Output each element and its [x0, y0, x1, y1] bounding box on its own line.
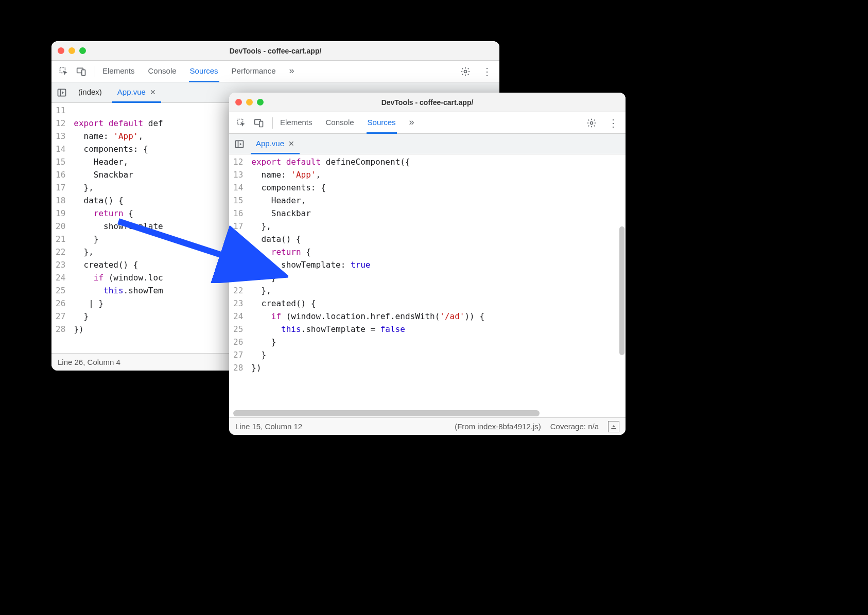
source-map-link[interactable]: index-8bfa4912.js	[477, 422, 538, 431]
window-title: DevTools - coffee-cart.app/	[51, 47, 499, 55]
divider	[95, 66, 95, 77]
coverage-status: Coverage: n/a	[550, 422, 599, 431]
svg-point-3	[464, 70, 467, 73]
tabs-overflow-icon[interactable]: »	[288, 61, 295, 82]
devtools-window-right: DevTools - coffee-cart.app/ Elements Con…	[229, 93, 626, 435]
device-toolbar-icon[interactable]	[74, 64, 89, 79]
horizontal-scrollbar[interactable]	[233, 410, 616, 416]
tab-console[interactable]: Console	[147, 61, 178, 82]
tab-console[interactable]: Console	[325, 113, 355, 134]
devtools-toolbar: Elements Console Sources Performance » ⋮	[51, 61, 499, 82]
traffic-lights	[235, 99, 264, 106]
navigator-toggle-icon[interactable]	[233, 138, 246, 150]
window-title: DevTools - coffee-cart.app/	[229, 98, 626, 107]
status-bar: Line 15, Column 12 (From index-8bfa4912.…	[229, 417, 626, 435]
cursor-position: Line 26, Column 4	[58, 358, 120, 366]
svg-rect-8	[259, 121, 263, 127]
close-icon[interactable]: ✕	[150, 88, 156, 96]
tab-elements[interactable]: Elements	[101, 61, 136, 82]
file-tab-label: App.vue	[256, 139, 284, 148]
code-content[interactable]: export default defineComponent({ name: '…	[248, 154, 626, 417]
svg-point-9	[591, 121, 593, 124]
minimize-dot[interactable]	[246, 99, 253, 106]
source-mapped-from: (From index-8bfa4912.js)	[455, 422, 541, 431]
file-tab-app-vue[interactable]: App.vue ✕	[251, 134, 300, 154]
file-tab-app-vue[interactable]: App.vue ✕	[112, 83, 161, 103]
tab-sources[interactable]: Sources	[367, 113, 397, 134]
file-tab-index[interactable]: (index)	[73, 83, 107, 103]
close-dot[interactable]	[58, 47, 64, 54]
panel-tabs: Elements Console Sources »	[279, 112, 581, 133]
file-tab-label: (index)	[78, 87, 102, 96]
kebab-icon[interactable]: ⋮	[606, 116, 620, 130]
titlebar[interactable]: DevTools - coffee-cart.app/	[51, 41, 499, 61]
zoom-dot[interactable]	[79, 47, 86, 54]
close-dot[interactable]	[235, 99, 242, 106]
traffic-lights	[58, 47, 86, 54]
drawer-toggle-icon[interactable]	[608, 421, 619, 432]
svg-rect-2	[82, 69, 85, 75]
inspect-icon[interactable]	[234, 116, 249, 130]
toolbar-right: ⋮	[584, 116, 620, 130]
kebab-icon[interactable]: ⋮	[480, 64, 494, 79]
tab-elements[interactable]: Elements	[279, 113, 314, 134]
navigator-toggle-icon[interactable]	[56, 86, 68, 99]
gear-icon[interactable]	[458, 64, 473, 79]
device-toolbar-icon[interactable]	[252, 116, 266, 130]
file-tab-bar: App.vue ✕	[229, 134, 626, 154]
svg-rect-4	[58, 89, 66, 96]
gear-icon[interactable]	[584, 116, 599, 130]
line-gutter: 1213141516171819202122232425262728	[229, 154, 248, 417]
vertical-scrollbar[interactable]	[619, 175, 624, 412]
minimize-dot[interactable]	[68, 47, 75, 54]
svg-rect-10	[236, 140, 244, 147]
line-gutter: 111213141516171819202122232425262728	[51, 103, 71, 353]
code-editor[interactable]: 1213141516171819202122232425262728 expor…	[229, 154, 626, 417]
inspect-icon[interactable]	[57, 64, 71, 79]
titlebar[interactable]: DevTools - coffee-cart.app/	[229, 93, 626, 112]
tabs-overflow-icon[interactable]: »	[408, 113, 415, 134]
close-icon[interactable]: ✕	[288, 139, 294, 148]
cursor-position: Line 15, Column 12	[235, 422, 302, 431]
toolbar-right: ⋮	[458, 64, 494, 79]
file-tab-label: App.vue	[117, 87, 146, 96]
zoom-dot[interactable]	[257, 99, 264, 106]
scrollbar-thumb[interactable]	[619, 226, 624, 355]
panel-tabs: Elements Console Sources Performance »	[101, 61, 455, 82]
divider	[272, 117, 273, 129]
tab-sources[interactable]: Sources	[189, 61, 219, 82]
devtools-toolbar: Elements Console Sources » ⋮	[229, 112, 626, 134]
scrollbar-thumb[interactable]	[233, 410, 540, 416]
tab-performance[interactable]: Performance	[231, 61, 277, 82]
